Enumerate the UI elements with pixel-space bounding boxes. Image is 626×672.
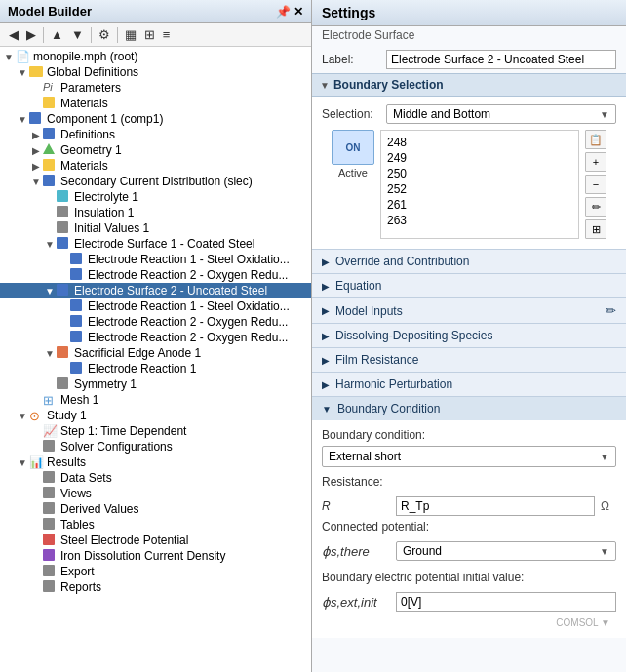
add-button[interactable]: + (585, 152, 606, 172)
model-inputs-edit-icon[interactable]: ✏ (606, 303, 616, 318)
label-input[interactable] (386, 50, 616, 69)
watermark-text: COMSOL ▼ (556, 617, 610, 628)
on-icon[interactable]: ON (332, 130, 374, 165)
tree-item-er2-oxygen[interactable]: Electrode Reaction 2 - Oxygen Redu... (0, 267, 311, 283)
selection-row: Selection: Middle and Bottom ▼ (322, 102, 616, 126)
tree-item-sacrificial[interactable]: ▼ Sacrificial Edge Anode 1 (0, 345, 311, 361)
tree-item-export[interactable]: Export (0, 564, 311, 579)
electrode-surface2-icon (57, 284, 72, 297)
sacrificial-label: Sacrificial Edge Anode 1 (74, 346, 201, 360)
tree-item-er1-steel2[interactable]: Electrode Reaction 1 - Steel Oxidatio... (0, 298, 311, 314)
tree-item-materials-global[interactable]: Materials (0, 96, 311, 111)
num-261: 261 (387, 197, 572, 213)
initial-input[interactable] (396, 592, 616, 612)
remove-button[interactable]: − (585, 175, 606, 194)
connected-label: Connected potential: (322, 520, 616, 534)
tree-item-definitions[interactable]: ▶ Definitions (0, 127, 311, 142)
tree-item-electrolyte1[interactable]: Electrolyte 1 (0, 189, 311, 205)
tree-item-geometry1[interactable]: ▶ Geometry 1 (0, 142, 311, 158)
sacrificial-icon (57, 346, 72, 360)
tree-item-symmetry1[interactable]: Symmetry 1 (0, 376, 311, 392)
expand-button[interactable]: ⊞ (141, 26, 158, 43)
er1-steel-label: Electrode Reaction 1 - Steel Oxidatio... (88, 253, 290, 266)
model-inputs-header[interactable]: ▶ Model Inputs ✏ (312, 298, 626, 323)
electrode-reaction1-label: Electrode Reaction 1 (88, 362, 196, 376)
resistance-row: R Ω (322, 493, 616, 520)
forward-button[interactable]: ▶ (23, 26, 39, 43)
tree-item-solver-config[interactable]: Solver Configurations (0, 439, 311, 455)
tree-item-steel-potential[interactable]: Steel Electrode Potential (0, 533, 311, 548)
tree-item-er2-oxygen3[interactable]: Electrode Reaction 2 - Oxygen Redu... (0, 330, 311, 345)
down-button[interactable]: ▼ (68, 26, 87, 43)
tree-item-views[interactable]: Views (0, 486, 311, 501)
film-header[interactable]: ▶ Film Resistance (312, 348, 626, 372)
bc-header[interactable]: ▼ Boundary Condition (312, 397, 626, 420)
model-builder-panel: Model Builder 📌 ✕ ◀ ▶ ▲ ▼ ⚙ ▦ ⊞ ≡ ▼ 📄 mo… (0, 0, 312, 672)
more-options-button[interactable]: ⊞ (585, 219, 606, 239)
pin-icon[interactable]: 📌 (276, 5, 291, 19)
boundary-selection-title: Boundary Selection (333, 78, 444, 92)
boundary-selection-header[interactable]: ▼ Boundary Selection (312, 73, 626, 97)
paste-button[interactable]: 📋 (585, 130, 606, 149)
harmonic-header[interactable]: ▶ Harmonic Perturbation (312, 373, 626, 396)
tree-item-electrode-reaction1[interactable]: Electrode Reaction 1 (0, 361, 311, 376)
tree-item-results[interactable]: ▼ 📊 Results (0, 455, 311, 470)
connected-dropdown[interactable]: Ground ▼ (396, 541, 616, 561)
definitions-label: Definitions (60, 128, 115, 141)
film-expand-icon: ▶ (322, 355, 330, 366)
tree-item-er2-oxygen2[interactable]: Electrode Reaction 2 - Oxygen Redu... (0, 314, 311, 330)
tree-item-root[interactable]: ▼ 📄 monopile.mph (root) (0, 49, 311, 64)
electrode-surface-label: Electrode Surface (312, 26, 626, 46)
geometry1-icon (43, 143, 59, 157)
up-button[interactable]: ▲ (48, 26, 66, 43)
edit-button[interactable]: ✏ (585, 197, 606, 217)
bc-dropdown-arrow: ▼ (600, 452, 609, 462)
toggle-global[interactable]: ▼ (16, 67, 29, 78)
bc-condition-value: External short (329, 450, 401, 463)
tree-item-parameters[interactable]: Pi Parameters (0, 80, 311, 96)
tree-item-tables[interactable]: Tables (0, 517, 311, 533)
toggle-root[interactable]: ▼ (2, 52, 16, 62)
connected-name: ϕs,there (322, 544, 390, 559)
close-panel-icon[interactable]: ✕ (293, 5, 303, 19)
tree-item-initial1[interactable]: Initial Values 1 (0, 220, 311, 236)
views-label: Views (60, 487, 92, 500)
override-header[interactable]: ▶ Override and Contribution (312, 250, 626, 273)
harmonic-expand-icon: ▶ (322, 379, 330, 390)
tree-item-mesh1[interactable]: ⊞ Mesh 1 (0, 392, 311, 408)
derived-icon (43, 502, 59, 516)
global-label: Global Definitions (47, 65, 138, 79)
dissolving-header[interactable]: ▶ Dissolving-Depositing Species (312, 324, 626, 347)
override-section: ▶ Override and Contribution (312, 249, 626, 273)
back-button[interactable]: ◀ (6, 26, 21, 43)
tree-item-er1-steel[interactable]: Electrode Reaction 1 - Steel Oxidatio... (0, 252, 311, 267)
resistance-input[interactable] (396, 496, 595, 516)
tree-item-global-def[interactable]: ▼ Global Definitions (0, 64, 311, 80)
settings-button[interactable]: ⚙ (96, 26, 113, 43)
initial1-label: Initial Values 1 (74, 221, 149, 235)
tree-item-step1[interactable]: 📈 Step 1: Time Dependent (0, 423, 311, 439)
tree-item-derived[interactable]: Derived Values (0, 501, 311, 517)
tree-item-secondary[interactable]: ▼ Secondary Current Distribution (siec) (0, 174, 311, 189)
more-button[interactable]: ≡ (160, 26, 174, 43)
tree-item-iron-dissolution[interactable]: Iron Dissolution Current Density (0, 548, 311, 564)
tree-item-reports[interactable]: Reports (0, 579, 311, 595)
tree-item-datasets[interactable]: Data Sets (0, 470, 311, 486)
secondary-icon (43, 175, 59, 188)
panel-header: Model Builder 📌 ✕ (0, 0, 311, 23)
er2-oxygen3-label: Electrode Reaction 2 - Oxygen Redu... (88, 331, 288, 344)
er2-oxygen2-icon (70, 315, 86, 329)
tree-item-component1[interactable]: ▼ Component 1 (comp1) (0, 111, 311, 127)
numbers-box: 248 249 250 252 261 263 (380, 130, 579, 239)
equation-header[interactable]: ▶ Equation (312, 274, 626, 297)
tree-item-materials[interactable]: ▶ Materials (0, 158, 311, 174)
bc-condition-dropdown[interactable]: External short ▼ (322, 446, 616, 467)
view-button[interactable]: ▦ (122, 26, 139, 43)
tree-item-insulation1[interactable]: Insulation 1 (0, 205, 311, 220)
tree-item-study1[interactable]: ▼ ⊙ Study 1 (0, 408, 311, 423)
selection-dropdown[interactable]: Middle and Bottom ▼ (386, 104, 616, 124)
num-248: 248 (387, 135, 572, 150)
dissolving-label: Dissolving-Depositing Species (335, 329, 492, 342)
tree-item-electrode-surface1[interactable]: ▼ Electrode Surface 1 - Coated Steel (0, 236, 311, 252)
tree-item-electrode-surface2[interactable]: ▼ Electrode Surface 2 - Uncoated Steel (0, 283, 311, 298)
